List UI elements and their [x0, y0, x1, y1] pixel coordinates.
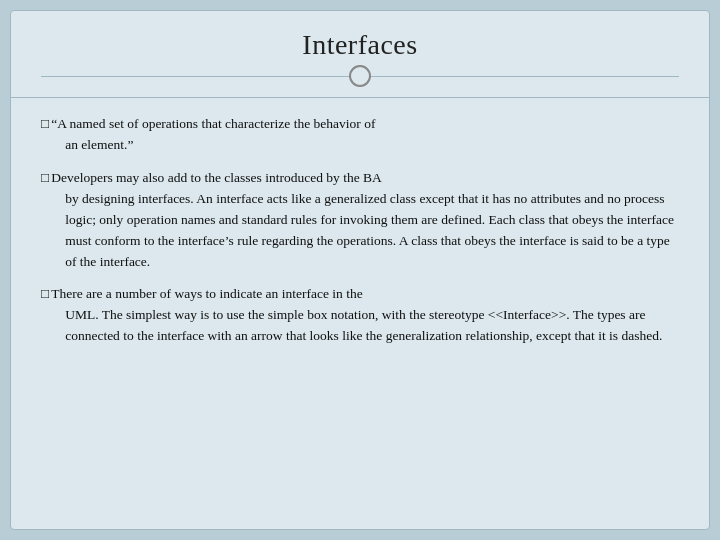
- header-circle: [349, 65, 371, 87]
- bullet-3-indent: UML. The simplest way is to use the simp…: [51, 305, 679, 347]
- bullet-3: □ There are a number of ways to indicate…: [41, 284, 679, 347]
- slide-header: Interfaces: [11, 11, 709, 98]
- bullet-2-indent: by designing interfaces. An interface ac…: [51, 189, 679, 273]
- slide-title: Interfaces: [41, 29, 679, 61]
- bullet-3-text: There are a number of ways to indicate a…: [51, 284, 679, 347]
- bullet-3-marker: □: [41, 284, 49, 305]
- bullet-1-indent: an element.”: [51, 135, 679, 156]
- bullet-1-text: “A named set of operations that characte…: [51, 114, 679, 156]
- bullet-1-marker: □: [41, 114, 49, 135]
- bullet-1: □ “A named set of operations that charac…: [41, 114, 679, 156]
- slide-content: □ “A named set of operations that charac…: [11, 98, 709, 529]
- bullet-2-marker: □: [41, 168, 49, 189]
- bullet-2-text: Developers may also add to the classes i…: [51, 168, 679, 273]
- bullet-2: □ Developers may also add to the classes…: [41, 168, 679, 273]
- header-connector: [41, 65, 679, 87]
- slide: Interfaces □ “A named set of operations …: [10, 10, 710, 530]
